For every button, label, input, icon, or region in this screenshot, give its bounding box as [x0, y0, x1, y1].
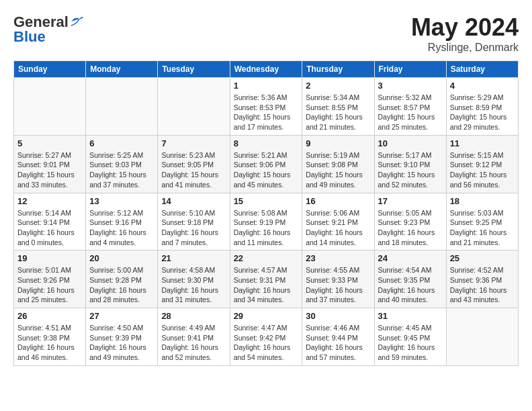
day-number: 24	[378, 253, 443, 263]
table-row: 16Sunrise: 5:06 AM Sunset: 9:21 PM Dayli…	[302, 193, 374, 250]
day-number: 29	[234, 311, 299, 321]
table-row	[14, 78, 86, 136]
day-info: Sunrise: 4:46 AM Sunset: 9:44 PM Dayligh…	[306, 323, 370, 363]
day-info: Sunrise: 4:47 AM Sunset: 9:42 PM Dayligh…	[234, 323, 299, 363]
day-number: 7	[161, 138, 226, 148]
day-info: Sunrise: 4:49 AM Sunset: 9:41 PM Dayligh…	[161, 323, 226, 363]
calendar-week-row: 19Sunrise: 5:01 AM Sunset: 9:26 PM Dayli…	[14, 250, 519, 308]
header-tuesday: Tuesday	[158, 61, 230, 78]
table-row: 24Sunrise: 4:54 AM Sunset: 9:35 PM Dayli…	[374, 250, 446, 308]
table-row: 15Sunrise: 5:08 AM Sunset: 9:19 PM Dayli…	[230, 193, 302, 250]
day-number: 14	[161, 196, 226, 206]
header-friday: Friday	[374, 61, 446, 78]
day-number: 21	[161, 253, 226, 263]
table-row: 20Sunrise: 5:00 AM Sunset: 9:28 PM Dayli…	[86, 250, 158, 308]
logo-bird-icon	[70, 15, 85, 27]
title-block: May 2024 Ryslinge, Denmark	[411, 13, 519, 54]
day-info: Sunrise: 5:15 AM Sunset: 9:12 PM Dayligh…	[450, 150, 515, 190]
table-row: 11Sunrise: 5:15 AM Sunset: 9:12 PM Dayli…	[446, 135, 518, 193]
table-row: 3Sunrise: 5:32 AM Sunset: 8:57 PM Daylig…	[374, 78, 446, 136]
calendar-header-row: Sunday Monday Tuesday Wednesday Thursday…	[14, 61, 519, 78]
header-saturday: Saturday	[446, 61, 518, 78]
table-row: 27Sunrise: 4:50 AM Sunset: 9:39 PM Dayli…	[86, 308, 158, 366]
header-wednesday: Wednesday	[230, 61, 302, 78]
header-monday: Monday	[86, 61, 158, 78]
day-number: 12	[17, 196, 82, 206]
day-info: Sunrise: 5:14 AM Sunset: 9:14 PM Dayligh…	[17, 208, 82, 248]
day-info: Sunrise: 5:05 AM Sunset: 9:23 PM Dayligh…	[378, 208, 443, 248]
calendar-week-row: 5Sunrise: 5:27 AM Sunset: 9:01 PM Daylig…	[14, 135, 519, 193]
table-row: 4Sunrise: 5:29 AM Sunset: 8:59 PM Daylig…	[446, 78, 518, 136]
day-number: 13	[89, 196, 154, 206]
day-info: Sunrise: 5:29 AM Sunset: 8:59 PM Dayligh…	[450, 93, 515, 132]
table-row: 10Sunrise: 5:17 AM Sunset: 9:10 PM Dayli…	[374, 135, 446, 193]
day-info: Sunrise: 5:32 AM Sunset: 8:57 PM Dayligh…	[378, 93, 443, 132]
month-year-title: May 2024	[411, 13, 519, 42]
calendar-week-row: 26Sunrise: 4:51 AM Sunset: 9:38 PM Dayli…	[14, 308, 519, 366]
calendar-week-row: 12Sunrise: 5:14 AM Sunset: 9:14 PM Dayli…	[14, 193, 519, 250]
day-info: Sunrise: 4:51 AM Sunset: 9:38 PM Dayligh…	[17, 323, 82, 363]
day-number: 16	[306, 196, 370, 206]
day-number: 8	[234, 138, 299, 148]
day-info: Sunrise: 5:06 AM Sunset: 9:21 PM Dayligh…	[306, 208, 370, 248]
table-row: 26Sunrise: 4:51 AM Sunset: 9:38 PM Dayli…	[14, 308, 86, 366]
table-row: 14Sunrise: 5:10 AM Sunset: 9:18 PM Dayli…	[158, 193, 230, 250]
table-row	[86, 78, 158, 136]
table-row: 28Sunrise: 4:49 AM Sunset: 9:41 PM Dayli…	[158, 308, 230, 366]
table-row	[446, 308, 518, 366]
table-row: 9Sunrise: 5:19 AM Sunset: 9:08 PM Daylig…	[302, 135, 374, 193]
calendar-week-row: 1Sunrise: 5:36 AM Sunset: 8:53 PM Daylig…	[14, 78, 519, 136]
table-row	[158, 78, 230, 136]
header-thursday: Thursday	[302, 61, 374, 78]
table-row: 25Sunrise: 4:52 AM Sunset: 9:36 PM Dayli…	[446, 250, 518, 308]
day-info: Sunrise: 5:17 AM Sunset: 9:10 PM Dayligh…	[378, 150, 443, 190]
day-info: Sunrise: 4:58 AM Sunset: 9:30 PM Dayligh…	[161, 265, 226, 305]
day-info: Sunrise: 4:55 AM Sunset: 9:33 PM Dayligh…	[306, 265, 370, 305]
location-subtitle: Ryslinge, Denmark	[411, 42, 519, 54]
day-info: Sunrise: 5:12 AM Sunset: 9:16 PM Dayligh…	[89, 208, 154, 248]
day-number: 27	[89, 311, 154, 321]
logo-blue-text: Blue	[13, 28, 46, 46]
table-row: 31Sunrise: 4:45 AM Sunset: 9:45 PM Dayli…	[374, 308, 446, 366]
day-number: 18	[450, 196, 515, 206]
table-row: 29Sunrise: 4:47 AM Sunset: 9:42 PM Dayli…	[230, 308, 302, 366]
day-number: 4	[450, 81, 515, 91]
day-info: Sunrise: 5:34 AM Sunset: 8:55 PM Dayligh…	[306, 93, 370, 132]
day-number: 30	[306, 311, 370, 321]
day-number: 11	[450, 138, 515, 148]
day-info: Sunrise: 5:21 AM Sunset: 9:06 PM Dayligh…	[234, 150, 299, 190]
day-info: Sunrise: 5:01 AM Sunset: 9:26 PM Dayligh…	[17, 265, 82, 305]
table-row: 30Sunrise: 4:46 AM Sunset: 9:44 PM Dayli…	[302, 308, 374, 366]
day-info: Sunrise: 5:00 AM Sunset: 9:28 PM Dayligh…	[89, 265, 154, 305]
day-number: 25	[450, 253, 515, 263]
table-row: 2Sunrise: 5:34 AM Sunset: 8:55 PM Daylig…	[302, 78, 374, 136]
table-row: 7Sunrise: 5:23 AM Sunset: 9:05 PM Daylig…	[158, 135, 230, 193]
day-info: Sunrise: 4:45 AM Sunset: 9:45 PM Dayligh…	[378, 323, 443, 363]
table-row: 12Sunrise: 5:14 AM Sunset: 9:14 PM Dayli…	[14, 193, 86, 250]
table-row: 6Sunrise: 5:25 AM Sunset: 9:03 PM Daylig…	[86, 135, 158, 193]
table-row: 13Sunrise: 5:12 AM Sunset: 9:16 PM Dayli…	[86, 193, 158, 250]
day-info: Sunrise: 5:03 AM Sunset: 9:25 PM Dayligh…	[450, 208, 515, 248]
day-number: 5	[17, 138, 82, 148]
day-number: 15	[234, 196, 299, 206]
day-number: 2	[306, 81, 370, 91]
day-info: Sunrise: 5:10 AM Sunset: 9:18 PM Dayligh…	[161, 208, 226, 248]
day-number: 3	[378, 81, 443, 91]
day-number: 28	[161, 311, 226, 321]
day-number: 22	[234, 253, 299, 263]
day-number: 20	[89, 253, 154, 263]
day-number: 1	[234, 81, 299, 91]
table-row: 18Sunrise: 5:03 AM Sunset: 9:25 PM Dayli…	[446, 193, 518, 250]
table-row: 19Sunrise: 5:01 AM Sunset: 9:26 PM Dayli…	[14, 250, 86, 308]
table-row: 17Sunrise: 5:05 AM Sunset: 9:23 PM Dayli…	[374, 193, 446, 250]
day-info: Sunrise: 4:57 AM Sunset: 9:31 PM Dayligh…	[234, 265, 299, 305]
table-row: 8Sunrise: 5:21 AM Sunset: 9:06 PM Daylig…	[230, 135, 302, 193]
table-row: 5Sunrise: 5:27 AM Sunset: 9:01 PM Daylig…	[14, 135, 86, 193]
day-number: 19	[17, 253, 82, 263]
day-info: Sunrise: 5:19 AM Sunset: 9:08 PM Dayligh…	[306, 150, 370, 190]
calendar-table: Sunday Monday Tuesday Wednesday Thursday…	[13, 60, 519, 366]
day-number: 6	[89, 138, 154, 148]
table-row: 21Sunrise: 4:58 AM Sunset: 9:30 PM Dayli…	[158, 250, 230, 308]
day-info: Sunrise: 4:50 AM Sunset: 9:39 PM Dayligh…	[89, 323, 154, 363]
day-number: 17	[378, 196, 443, 206]
